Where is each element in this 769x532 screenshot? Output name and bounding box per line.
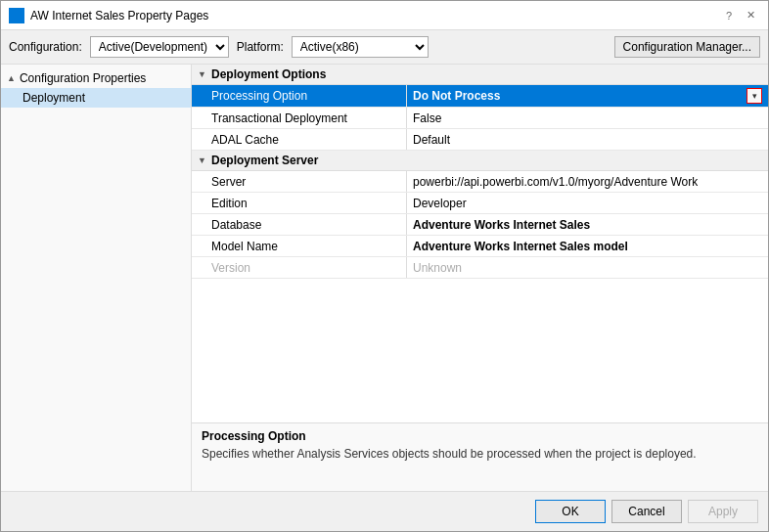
- row-processing-option[interactable]: Processing Option Do Not Process ▾: [192, 85, 768, 108]
- prop-name-database: Database: [192, 214, 407, 235]
- prop-value-server: powerbi://api.powerbi.com/v1.0/myorg/Adv…: [407, 171, 768, 192]
- apply-button: Apply: [688, 500, 758, 523]
- row-database[interactable]: Database Adventure Works Internet Sales: [192, 214, 768, 236]
- config-manager-button[interactable]: Configuration Manager...: [614, 36, 760, 58]
- prop-name-adal: ADAL Cache: [192, 129, 407, 150]
- property-table: ▼ Deployment Options Processing Option D…: [192, 65, 768, 422]
- description-text: Specifies whether Analysis Services obje…: [202, 447, 758, 461]
- config-select[interactable]: Active(Development): [90, 36, 229, 58]
- prop-name-transactional: Transactional Deployment: [192, 108, 407, 128]
- platform-label: Platform:: [237, 40, 284, 54]
- prop-value-edition: Developer: [407, 193, 768, 213]
- prop-name-server: Server: [192, 171, 407, 192]
- section2-label: Deployment Server: [211, 154, 318, 167]
- row-edition[interactable]: Edition Developer: [192, 193, 768, 214]
- description-panel: Processing Option Specifies whether Anal…: [192, 422, 768, 491]
- prop-name-edition: Edition: [192, 193, 407, 213]
- row-version[interactable]: Version Unknown: [192, 257, 768, 279]
- prop-value-database: Adventure Works Internet Sales: [407, 214, 768, 235]
- close-button[interactable]: ✕: [741, 7, 760, 24]
- ok-button[interactable]: OK: [535, 500, 606, 523]
- prop-value-adal: Default: [407, 129, 768, 150]
- property-panel: ▼ Deployment Options Processing Option D…: [192, 65, 768, 491]
- prop-value-transactional: False: [407, 108, 768, 128]
- prop-name-processing-option: Processing Option: [192, 85, 407, 107]
- sidebar-header-label: Configuration Properties: [20, 71, 146, 85]
- sidebar-expand-icon: ▲: [7, 73, 16, 83]
- sidebar: ▲ Configuration Properties Deployment: [1, 65, 192, 491]
- title-controls: ? ✕: [719, 7, 760, 24]
- button-row: OK Cancel Apply: [1, 491, 768, 531]
- platform-select[interactable]: Active(x86): [292, 36, 429, 58]
- section1-expand-icon: ▼: [198, 69, 207, 79]
- title-bar-left: AW Internet Sales Property Pages: [9, 8, 208, 23]
- prop-value-version: Unknown: [407, 257, 768, 278]
- section2-expand-icon: ▼: [198, 155, 207, 165]
- toolbar: Configuration: Active(Development) Platf…: [1, 30, 768, 65]
- dialog-title: AW Internet Sales Property Pages: [30, 9, 208, 22]
- section-deployment-server: ▼ Deployment Server: [192, 151, 768, 171]
- prop-value-model-name: Adventure Works Internet Sales model: [407, 236, 768, 256]
- section1-label: Deployment Options: [211, 67, 326, 81]
- help-button[interactable]: ?: [719, 7, 739, 24]
- row-model-name[interactable]: Model Name Adventure Works Internet Sale…: [192, 236, 768, 257]
- cancel-button[interactable]: Cancel: [611, 500, 682, 523]
- sidebar-header: ▲ Configuration Properties: [1, 68, 191, 88]
- prop-name-version: Version: [192, 257, 407, 278]
- config-label: Configuration:: [9, 40, 82, 54]
- row-adal-cache[interactable]: ADAL Cache Default: [192, 129, 768, 151]
- sidebar-item-deployment[interactable]: Deployment: [1, 88, 191, 108]
- processing-option-value: Do Not Process: [413, 89, 500, 103]
- row-transactional-deployment[interactable]: Transactional Deployment False: [192, 108, 768, 129]
- title-bar: AW Internet Sales Property Pages ? ✕: [1, 1, 768, 30]
- description-title: Processing Option: [202, 429, 758, 443]
- row-server[interactable]: Server powerbi://api.powerbi.com/v1.0/my…: [192, 171, 768, 193]
- prop-name-model-name: Model Name: [192, 236, 407, 256]
- section-deployment-options: ▼ Deployment Options: [192, 65, 768, 85]
- app-icon: [9, 8, 24, 23]
- main-content: ▲ Configuration Properties Deployment ▼ …: [1, 65, 768, 491]
- prop-value-processing-option: Do Not Process ▾: [407, 85, 768, 107]
- dialog-window: AW Internet Sales Property Pages ? ✕ Con…: [0, 0, 769, 532]
- processing-option-dropdown[interactable]: ▾: [746, 88, 762, 104]
